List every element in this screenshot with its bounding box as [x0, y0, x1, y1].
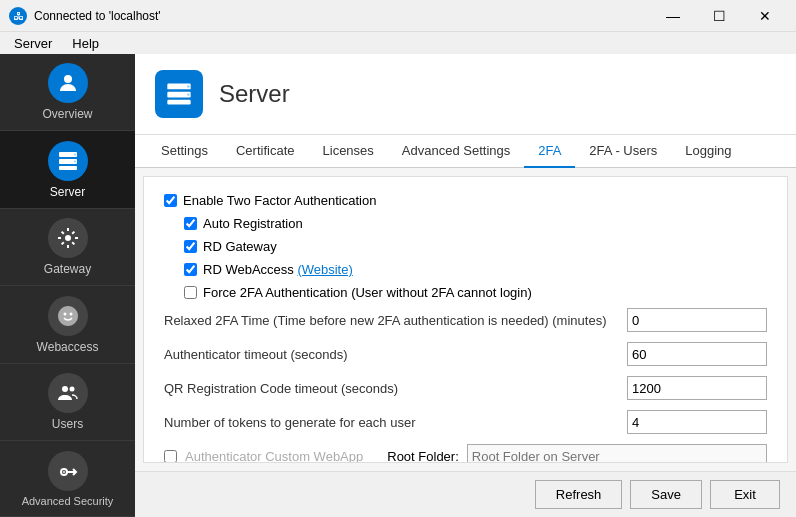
- rd-webaccess-label: RD WebAccess (Website): [203, 262, 353, 277]
- tab-advanced-settings[interactable]: Advanced Settings: [388, 135, 524, 168]
- svg-point-12: [69, 387, 74, 392]
- svg-rect-17: [167, 100, 190, 105]
- page-header: Server: [135, 54, 796, 135]
- server-icon: [48, 141, 88, 181]
- auto-registration-label: Auto Registration: [203, 216, 303, 231]
- enable-2fa-row: Enable Two Factor Authentication: [164, 193, 767, 208]
- tab-logging[interactable]: Logging: [671, 135, 745, 168]
- webaccess-label: Webaccess: [37, 340, 99, 354]
- window-controls[interactable]: — ☐ ✕: [650, 0, 788, 32]
- advanced-security-icon: [48, 451, 88, 491]
- sidebar-item-server[interactable]: Server: [0, 131, 135, 208]
- relaxed-2fa-row: Relaxed 2FA Time (Time before new 2FA au…: [164, 308, 767, 332]
- custom-webapp-label: Authenticator Custom WebApp: [185, 449, 363, 464]
- auth-timeout-row: Authenticator timeout (seconds): [164, 342, 767, 366]
- tab-settings[interactable]: Settings: [147, 135, 222, 168]
- minimize-button[interactable]: —: [650, 0, 696, 32]
- users-icon: [48, 373, 88, 413]
- sidebar-item-overview[interactable]: Overview: [0, 54, 135, 131]
- sidebar-item-users[interactable]: Users: [0, 364, 135, 441]
- gateway-icon: [48, 218, 88, 258]
- root-folder-label: Root Folder:: [387, 449, 459, 464]
- content-area: Server Settings Certificate Licenses Adv…: [135, 54, 796, 517]
- svg-point-7: [74, 160, 76, 162]
- rd-gateway-checkbox[interactable]: [184, 240, 197, 253]
- auto-registration-checkbox[interactable]: [184, 217, 197, 230]
- main-layout: Overview Server: [0, 54, 796, 517]
- menubar: Server Help: [0, 32, 796, 54]
- website-link[interactable]: (Website): [297, 262, 352, 277]
- titlebar: 🖧 Connected to 'localhost' — ☐ ✕: [0, 0, 796, 32]
- page-title: Server: [219, 80, 290, 108]
- server-label: Server: [50, 185, 85, 199]
- svg-point-10: [69, 312, 72, 315]
- custom-webapp-row: Authenticator Custom WebApp Root Folder:: [164, 444, 767, 463]
- svg-text:🖧: 🖧: [13, 10, 24, 22]
- root-folder-input[interactable]: [467, 444, 767, 463]
- footer: Refresh Save Exit: [135, 471, 796, 517]
- custom-webapp-checkbox[interactable]: [164, 450, 177, 463]
- relaxed-2fa-label: Relaxed 2FA Time (Time before new 2FA au…: [164, 313, 627, 328]
- svg-point-14: [63, 471, 65, 473]
- tab-certificate[interactable]: Certificate: [222, 135, 309, 168]
- overview-icon: [48, 63, 88, 103]
- svg-rect-5: [59, 166, 77, 170]
- tokens-input[interactable]: [627, 410, 767, 434]
- webaccess-icon: [48, 296, 88, 336]
- svg-point-2: [64, 75, 72, 83]
- tokens-row: Number of tokens to generate for each us…: [164, 410, 767, 434]
- force-2fa-label: Force 2FA Authentication (User without 2…: [203, 285, 532, 300]
- menu-server[interactable]: Server: [4, 34, 62, 53]
- enable-2fa-checkbox[interactable]: [164, 194, 177, 207]
- svg-point-18: [187, 85, 189, 87]
- gateway-label: Gateway: [44, 262, 91, 276]
- relaxed-2fa-input[interactable]: [627, 308, 767, 332]
- tab-2fa[interactable]: 2FA: [524, 135, 575, 168]
- rd-gateway-label: RD Gateway: [203, 239, 277, 254]
- sidebar: Overview Server: [0, 54, 135, 517]
- overview-label: Overview: [42, 107, 92, 121]
- close-button[interactable]: ✕: [742, 0, 788, 32]
- app-icon: 🖧: [8, 6, 28, 26]
- tabs-bar: Settings Certificate Licenses Advanced S…: [135, 135, 796, 168]
- force-2fa-checkbox[interactable]: [184, 286, 197, 299]
- qr-timeout-row: QR Registration Code timeout (seconds): [164, 376, 767, 400]
- tab-licenses[interactable]: Licenses: [309, 135, 388, 168]
- rd-gateway-row: RD Gateway: [184, 239, 767, 254]
- tab-2fa-users[interactable]: 2FA - Users: [575, 135, 671, 168]
- users-label: Users: [52, 417, 83, 431]
- force-2fa-row: Force 2FA Authentication (User without 2…: [184, 285, 767, 300]
- svg-point-9: [63, 312, 66, 315]
- rd-webaccess-checkbox[interactable]: [184, 263, 197, 276]
- refresh-button[interactable]: Refresh: [535, 480, 623, 509]
- window-title: Connected to 'localhost': [34, 9, 650, 23]
- sidebar-item-gateway[interactable]: Gateway: [0, 209, 135, 286]
- svg-point-8: [65, 235, 71, 241]
- svg-point-6: [74, 153, 76, 155]
- exit-button[interactable]: Exit: [710, 480, 780, 509]
- enable-2fa-label: Enable Two Factor Authentication: [183, 193, 376, 208]
- auto-registration-row: Auto Registration: [184, 216, 767, 231]
- auth-timeout-input[interactable]: [627, 342, 767, 366]
- menu-help[interactable]: Help: [62, 34, 109, 53]
- svg-point-19: [187, 93, 189, 95]
- advanced-security-label: Advanced Security: [22, 495, 114, 507]
- maximize-button[interactable]: ☐: [696, 0, 742, 32]
- page-header-icon: [155, 70, 203, 118]
- svg-point-11: [62, 386, 68, 392]
- sidebar-item-advanced-security[interactable]: Advanced Security: [0, 441, 135, 517]
- tokens-label: Number of tokens to generate for each us…: [164, 415, 627, 430]
- form-content: Enable Two Factor Authentication Auto Re…: [143, 176, 788, 463]
- save-button[interactable]: Save: [630, 480, 702, 509]
- qr-timeout-label: QR Registration Code timeout (seconds): [164, 381, 627, 396]
- sidebar-item-webaccess[interactable]: Webaccess: [0, 286, 135, 363]
- rd-webaccess-row: RD WebAccess (Website): [184, 262, 767, 277]
- auth-timeout-label: Authenticator timeout (seconds): [164, 347, 627, 362]
- qr-timeout-input[interactable]: [627, 376, 767, 400]
